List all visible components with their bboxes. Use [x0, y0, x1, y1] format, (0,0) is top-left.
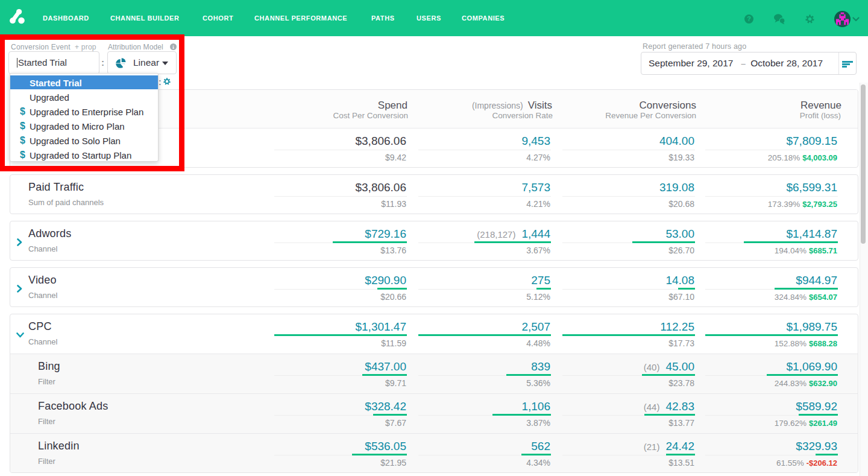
svg-text:?: ?	[747, 15, 751, 22]
